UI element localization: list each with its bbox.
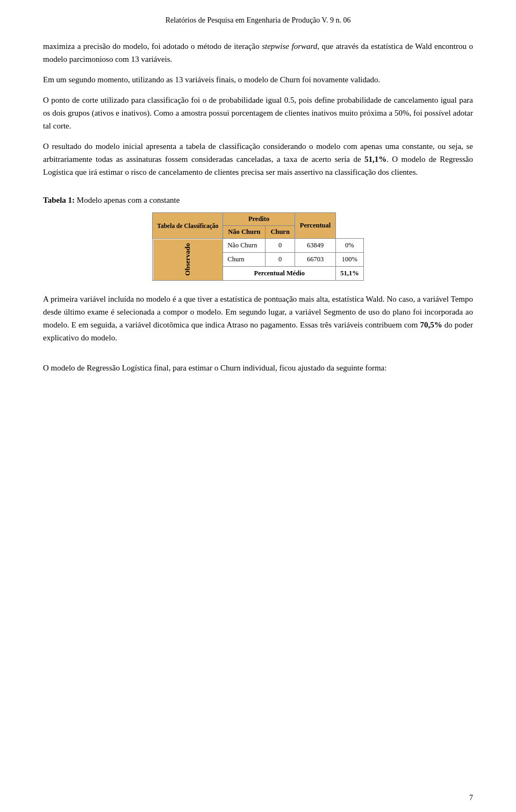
table-classif-label: Tabela de Classificação [153,213,223,239]
page-header: Relatórios de Pesquisa em Engenharia de … [43,16,473,25]
paragraph-5: A primeira variável incluída no modelo é… [43,293,473,344]
paragraph-6: O modelo de Regressão Logística final, p… [43,361,473,374]
classification-table: Tabela de ClassificaçãoPreditoPercentual… [152,212,363,281]
table-predito-header: Predito [223,213,295,226]
table-caption: Tabela 1: Modelo apenas com a constante [43,196,473,205]
table-wrapper: Tabela de ClassificaçãoPreditoPercentual… [43,212,473,281]
paragraph-4: O resultado do modelo inicial apresenta … [43,140,473,179]
table-observado-label: Observado [153,239,223,281]
paragraph-3: O ponto de corte utilizado para classifi… [43,94,473,132]
page-number: 7 [469,794,473,802]
paragraph-2: Em um segundo momento, utilizando as 13 … [43,73,473,86]
table-nao-churn-col-header: Não Churn [223,226,266,239]
table-percentual-header: Percentual [295,213,335,239]
table-footer-perc: 51,1% [336,266,363,280]
table-footer-label: Percentual Médio [223,266,336,280]
paragraph-1: maximiza a precisão do modelo, foi adota… [43,40,473,66]
table-churn-col-header: Churn [266,226,295,239]
